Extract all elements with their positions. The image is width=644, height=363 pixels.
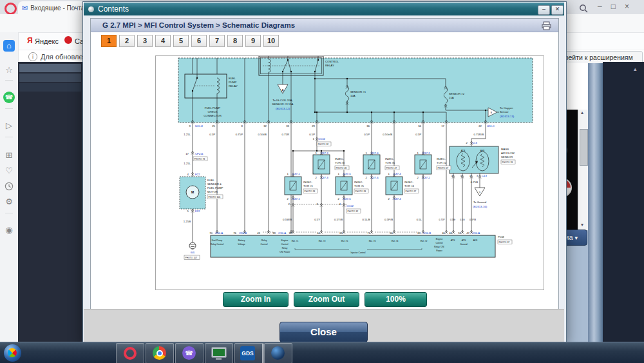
schematic-label: CONNECTOR	[204, 114, 222, 117]
viewer-app-taskbar-button[interactable]	[264, 343, 292, 363]
schematic-label: C30-B	[423, 231, 431, 235]
page-button-6[interactable]: 6	[191, 35, 207, 47]
start-button[interactable]	[4, 344, 21, 362]
schematic-label: 2	[338, 197, 340, 201]
gds-taskbar-button[interactable]: GDS	[234, 343, 264, 363]
schematic-label: Engine	[281, 239, 289, 242]
search-icon[interactable]	[579, 4, 588, 13]
schematic-label: C13	[482, 174, 487, 177]
print-icon[interactable]	[542, 21, 551, 30]
schematic-label: CONTROL	[325, 60, 339, 63]
schematic-label: A	[281, 88, 284, 92]
zoom-100-button[interactable]: 100%	[365, 292, 427, 307]
scroll-down-icon[interactable]: ▾	[581, 222, 583, 228]
yandex-icon[interactable]: Я	[27, 36, 33, 45]
dialog-close-button[interactable]: ✕	[551, 5, 564, 15]
dialog-minimize-button[interactable]: –	[538, 5, 550, 15]
page-up-icon[interactable]: ▴	[634, 66, 637, 72]
schematic-label: 1	[313, 137, 315, 141]
schematic-label: F22	[195, 173, 200, 176]
schematic-label: MASS	[501, 148, 509, 151]
maximize-icon: □	[611, 2, 616, 11]
dialog-title-bar[interactable]: Contents	[84, 3, 564, 15]
schematic-label: Relay	[261, 239, 267, 242]
schematic-label: Control	[261, 243, 268, 246]
schematic-label: 34	[418, 124, 421, 128]
zoom-in-button[interactable]: Zoom In	[223, 292, 289, 307]
page-button-9[interactable]: 9	[245, 35, 261, 47]
schematic-label: To Ground	[473, 201, 487, 204]
scroll-up-icon[interactable]: ▴	[581, 110, 583, 115]
page-button-10[interactable]: 10	[263, 35, 279, 47]
zoom-out-button[interactable]: Zoom Out	[294, 292, 359, 307]
schematic-label: 2	[366, 176, 368, 179]
wiring-diagram[interactable]: PHOTO 73PHOTO 32PHOTO 106PHOTO 107PHOTO …	[155, 55, 544, 290]
dialog-footer: Close	[84, 309, 564, 342]
gds-window-frame	[588, 63, 603, 342]
schematic-label: TOR #3	[335, 161, 345, 164]
sidebar-divider	[5, 80, 13, 81]
telegram-icon[interactable]: ▷	[3, 120, 15, 132]
schematic-label: SENSOR #3 15A	[272, 103, 294, 106]
taskbar: e ▶ ☎ GDS RU ▴ ⚐ 18:44 22/10	[0, 342, 644, 363]
schematic-label: (SD313-16)	[473, 205, 488, 208]
schematic-label: FUEL	[229, 77, 236, 80]
schematic-label: 36	[366, 124, 370, 128]
schematic-label: C37-6	[371, 152, 379, 155]
bookmark2-icon[interactable]	[64, 36, 72, 44]
schematic-label: ATS	[461, 150, 466, 152]
pin-icon[interactable]: ◉	[3, 224, 15, 236]
settings-gear-icon[interactable]: ⚙	[3, 196, 15, 208]
page-button-8[interactable]: 8	[227, 35, 243, 47]
schematic-label: C30-A	[215, 231, 223, 235]
photo-ref: PHOTO 106	[209, 196, 221, 199]
bookmark-yandex[interactable]: Яндекс	[35, 37, 59, 45]
bookmarks-star-icon[interactable]: ☆	[3, 64, 15, 76]
page-button-3[interactable]: 3	[137, 35, 153, 47]
page-button-4[interactable]: 4	[155, 35, 171, 47]
schematic-label: 1	[316, 152, 317, 155]
schematic-label: 0.5P	[309, 133, 315, 136]
photo-ref: PHOTO 27	[386, 167, 397, 170]
chrome-taskbar-button[interactable]	[146, 343, 174, 363]
opera-menu-icon[interactable]	[5, 3, 17, 15]
schematic-label: 0.5Gr/B	[383, 133, 392, 136]
monitor-app-taskbar-button[interactable]	[205, 343, 233, 363]
schematic-label: TOR #2	[437, 161, 447, 164]
schematic-label: 9	[189, 124, 191, 128]
favorites-heart-icon[interactable]: ♡	[3, 165, 15, 177]
schematic-label: 8	[242, 124, 243, 128]
schematic-label: 43	[257, 231, 260, 235]
close-button[interactable]: Close	[279, 322, 368, 342]
opera-icon	[124, 347, 137, 360]
photo-ref: PHOTO 27	[438, 167, 449, 170]
chrome-icon	[153, 346, 166, 360]
speed-dial-home-icon[interactable]: ⌂	[3, 40, 15, 52]
page-button-5[interactable]: 5	[173, 35, 189, 47]
schematic-label: (SD313-12)	[276, 107, 290, 110]
page-button-1[interactable]: 1	[101, 35, 117, 47]
schematic-label: TOR #4	[404, 184, 415, 188]
page-button-2[interactable]: 2	[119, 35, 135, 47]
viber-taskbar-button[interactable]: ☎	[175, 343, 204, 363]
schematic-label: 0.5P	[364, 133, 370, 136]
minimize-icon: –	[598, 2, 602, 11]
schematic-label: AIR FLOW	[501, 152, 515, 155]
schematic-label: ATS	[462, 239, 466, 242]
schematic-label: 'ON' Power	[279, 251, 291, 253]
schematic-label: INJ. #2	[421, 240, 428, 242]
page-button-7[interactable]: 7	[209, 35, 225, 47]
schematic-label: C37-1	[292, 197, 300, 201]
schematic-label: 5	[460, 175, 462, 177]
browser-tab[interactable]: ✉ Входящие - Почта	[18, 1, 87, 14]
schematic-label: 40	[442, 231, 445, 235]
whatsapp-icon[interactable]: ☎	[3, 92, 15, 103]
schematic-label: INJEC-	[404, 181, 413, 184]
scrollbar[interactable]: ▴ ▾	[578, 110, 589, 230]
scrollbar-thumb[interactable]	[580, 129, 588, 166]
opera-taskbar-button[interactable]	[116, 343, 144, 363]
history-clock-icon[interactable]	[5, 182, 14, 191]
schematic-label: C37-5	[343, 197, 351, 201]
browser-window-controls[interactable]: – □ ×	[598, 2, 629, 11]
tabs-grid-icon[interactable]: ⊞	[3, 150, 15, 161]
